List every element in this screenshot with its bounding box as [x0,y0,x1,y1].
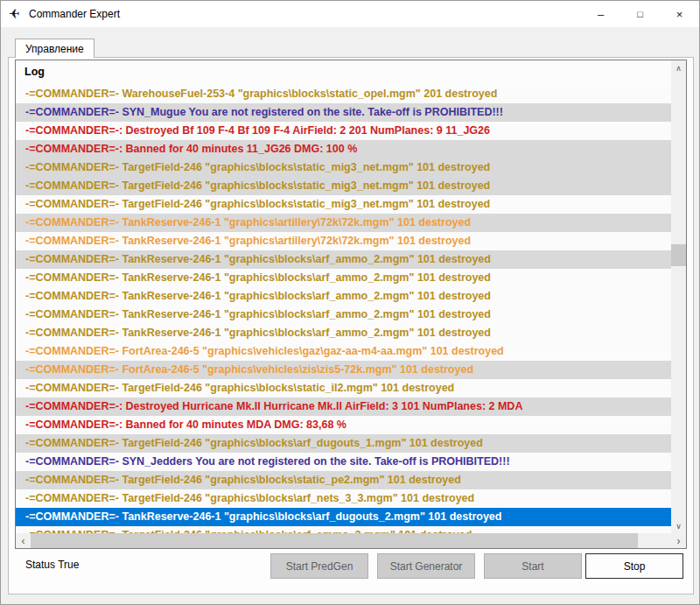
log-row[interactable]: -=COMMANDER=- TankReserve-246-1 "graphic… [16,232,671,250]
log-row[interactable]: -=COMMANDER=- TargetField-246 "graphics\… [16,195,671,214]
log-row-selected[interactable]: -=COMMANDER=- TankReserve-246-1 "graphic… [16,508,671,526]
log-row[interactable]: -=COMMANDER=- FortArea-246-5 "graphics\v… [16,342,671,361]
log-row[interactable]: -=COMMANDER=-: Destroyed Bf 109 F-4 Bf 1… [16,122,671,140]
chevron-down-icon: ∨ [676,522,682,531]
chevron-right-icon: › [677,535,681,547]
start-generator-button: Start Generator [377,553,475,579]
scroll-left-button[interactable]: ‹ [16,533,31,548]
log-column-header: Log [16,60,671,85]
horizontal-scrollbar[interactable]: ‹ › [16,533,686,548]
vertical-scrollbar[interactable]: ∧ ∨ [671,60,686,533]
log-row[interactable]: -=COMMANDER=- TankReserve-246-1 "graphic… [16,269,671,287]
log-rows: -=COMMANDER=- WarehouseFuel-253-4 "graph… [16,85,671,533]
log-row[interactable]: -=COMMANDER=-: Banned for 40 minutes MDA… [16,416,671,434]
status-text: Status True [25,559,79,571]
window-title: Commander Expert [29,8,120,20]
log-row[interactable]: -=COMMANDER=- WarehouseFuel-253-4 "graph… [16,85,671,103]
horizontal-scroll-thumb[interactable] [31,533,638,548]
log-row[interactable]: -=COMMANDER=- FortArea-246-5 "graphics\v… [16,361,671,379]
log-list: Log -=COMMANDER=- WarehouseFuel-253-4 "g… [15,60,687,549]
chevron-left-icon: ‹ [22,535,25,547]
log-row[interactable]: -=COMMANDER=- TankReserve-246-1 "graphic… [16,214,671,232]
log-row[interactable]: -=COMMANDER=- TargetField-246 "graphics\… [16,177,671,195]
log-row[interactable]: -=COMMANDER=- TargetField-246 "graphics\… [16,158,671,177]
log-row[interactable]: -=COMMANDER=-: Destroyed Hurricane Mk.II… [16,397,671,416]
log-row[interactable]: -=COMMANDER=- TargetField-246 "graphics\… [16,489,671,508]
start-button: Start [484,553,582,579]
caption-buttons: – □ × [581,1,699,27]
minimize-button[interactable]: – [581,1,620,27]
log-row[interactable]: -=COMMANDER=- TargetField-246 "graphics\… [16,379,671,397]
log-row[interactable]: -=COMMANDER=- TankReserve-246-1 "graphic… [16,250,671,269]
maximize-icon: □ [637,9,643,19]
log-row[interactable]: -=COMMANDER=- SYN_Jedders You are not re… [16,453,671,471]
close-icon: × [676,8,683,21]
minimize-icon: – [598,8,604,21]
maximize-button[interactable]: □ [620,1,660,27]
title-bar: ✈ Commander Expert – □ × [1,1,699,27]
log-row[interactable]: -=COMMANDER=- TargetField-246 "graphics\… [16,526,671,533]
log-row[interactable]: -=COMMANDER=- TankReserve-246-1 "graphic… [16,324,671,342]
start-predgen-button: Start PredGen [270,553,368,579]
log-row[interactable]: -=COMMANDER=- TankReserve-246-1 "graphic… [16,306,671,324]
vertical-scroll-thumb[interactable] [671,244,686,266]
log-row[interactable]: -=COMMANDER=- SYN_Mugue You are not regi… [16,103,671,122]
log-row[interactable]: -=COMMANDER=- TargetField-246 "graphics\… [16,434,671,453]
log-row[interactable]: -=COMMANDER=- TankReserve-246-1 "graphic… [16,287,671,306]
stop-button[interactable]: Stop [585,553,683,579]
scroll-down-button[interactable]: ∨ [671,518,686,533]
log-row[interactable]: -=COMMANDER=- TargetField-246 "graphics\… [16,471,671,489]
scroll-up-button[interactable]: ∧ [671,60,686,75]
app-window: ✈ Commander Expert – □ × Управление Log … [0,0,700,605]
log-row[interactable]: -=COMMANDER=-: Banned for 40 minutes 11_… [16,140,671,158]
tab-upravlenie[interactable]: Управление [15,39,94,58]
close-button[interactable]: × [660,1,699,27]
scroll-right-button[interactable]: › [671,533,686,548]
chevron-up-icon: ∧ [676,64,682,73]
airplane-icon: ✈ [9,6,20,22]
